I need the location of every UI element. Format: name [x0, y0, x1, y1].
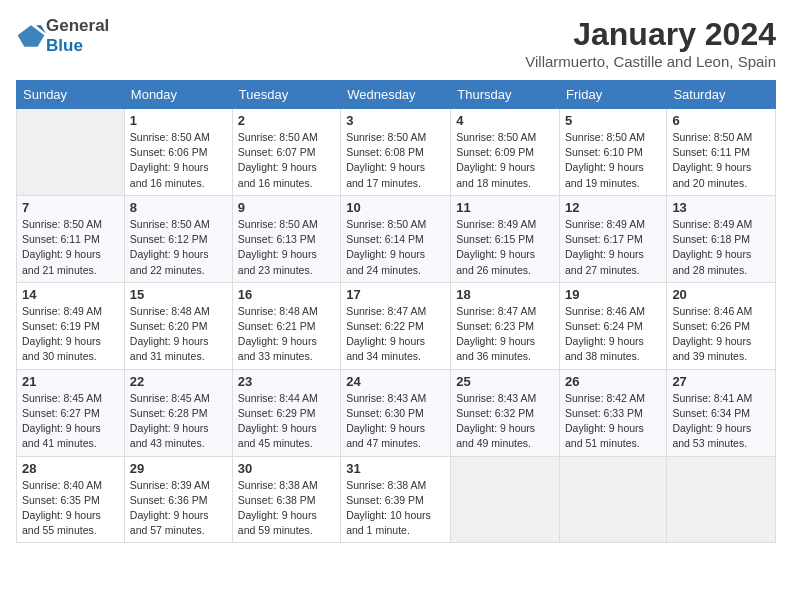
day-info: Sunrise: 8:43 AMSunset: 6:30 PMDaylight:…	[346, 391, 445, 452]
calendar-week-row: 1Sunrise: 8:50 AMSunset: 6:06 PMDaylight…	[17, 109, 776, 196]
day-info: Sunrise: 8:40 AMSunset: 6:35 PMDaylight:…	[22, 478, 119, 539]
calendar-cell: 3Sunrise: 8:50 AMSunset: 6:08 PMDaylight…	[341, 109, 451, 196]
calendar-cell: 19Sunrise: 8:46 AMSunset: 6:24 PMDayligh…	[560, 282, 667, 369]
day-number: 24	[346, 374, 445, 389]
calendar-cell: 9Sunrise: 8:50 AMSunset: 6:13 PMDaylight…	[232, 195, 340, 282]
day-info: Sunrise: 8:50 AMSunset: 6:09 PMDaylight:…	[456, 130, 554, 191]
day-info: Sunrise: 8:49 AMSunset: 6:17 PMDaylight:…	[565, 217, 661, 278]
calendar-cell: 14Sunrise: 8:49 AMSunset: 6:19 PMDayligh…	[17, 282, 125, 369]
page-header: General Blue January 2024 Villarmuerto, …	[16, 16, 776, 70]
calendar-cell: 27Sunrise: 8:41 AMSunset: 6:34 PMDayligh…	[667, 369, 776, 456]
day-info: Sunrise: 8:38 AMSunset: 6:38 PMDaylight:…	[238, 478, 335, 539]
day-number: 25	[456, 374, 554, 389]
calendar-cell: 1Sunrise: 8:50 AMSunset: 6:06 PMDaylight…	[124, 109, 232, 196]
calendar-cell	[560, 456, 667, 543]
day-info: Sunrise: 8:50 AMSunset: 6:07 PMDaylight:…	[238, 130, 335, 191]
calendar-cell: 31Sunrise: 8:38 AMSunset: 6:39 PMDayligh…	[341, 456, 451, 543]
calendar-cell: 13Sunrise: 8:49 AMSunset: 6:18 PMDayligh…	[667, 195, 776, 282]
day-number: 8	[130, 200, 227, 215]
day-info: Sunrise: 8:44 AMSunset: 6:29 PMDaylight:…	[238, 391, 335, 452]
day-number: 31	[346, 461, 445, 476]
weekday-header-thursday: Thursday	[451, 81, 560, 109]
day-number: 13	[672, 200, 770, 215]
calendar-cell: 12Sunrise: 8:49 AMSunset: 6:17 PMDayligh…	[560, 195, 667, 282]
weekday-header-row: SundayMondayTuesdayWednesdayThursdayFrid…	[17, 81, 776, 109]
logo-general: General	[46, 16, 109, 35]
calendar-cell: 21Sunrise: 8:45 AMSunset: 6:27 PMDayligh…	[17, 369, 125, 456]
calendar-cell	[17, 109, 125, 196]
month-year-title: January 2024	[525, 16, 776, 53]
day-info: Sunrise: 8:50 AMSunset: 6:08 PMDaylight:…	[346, 130, 445, 191]
calendar-week-row: 14Sunrise: 8:49 AMSunset: 6:19 PMDayligh…	[17, 282, 776, 369]
day-number: 15	[130, 287, 227, 302]
calendar-cell: 20Sunrise: 8:46 AMSunset: 6:26 PMDayligh…	[667, 282, 776, 369]
day-info: Sunrise: 8:38 AMSunset: 6:39 PMDaylight:…	[346, 478, 445, 539]
calendar-cell: 17Sunrise: 8:47 AMSunset: 6:22 PMDayligh…	[341, 282, 451, 369]
day-info: Sunrise: 8:42 AMSunset: 6:33 PMDaylight:…	[565, 391, 661, 452]
day-info: Sunrise: 8:48 AMSunset: 6:20 PMDaylight:…	[130, 304, 227, 365]
day-number: 16	[238, 287, 335, 302]
day-info: Sunrise: 8:48 AMSunset: 6:21 PMDaylight:…	[238, 304, 335, 365]
day-number: 7	[22, 200, 119, 215]
day-info: Sunrise: 8:49 AMSunset: 6:18 PMDaylight:…	[672, 217, 770, 278]
calendar-cell: 7Sunrise: 8:50 AMSunset: 6:11 PMDaylight…	[17, 195, 125, 282]
calendar-cell: 23Sunrise: 8:44 AMSunset: 6:29 PMDayligh…	[232, 369, 340, 456]
day-number: 10	[346, 200, 445, 215]
day-number: 22	[130, 374, 227, 389]
day-number: 19	[565, 287, 661, 302]
day-info: Sunrise: 8:46 AMSunset: 6:26 PMDaylight:…	[672, 304, 770, 365]
day-number: 11	[456, 200, 554, 215]
day-info: Sunrise: 8:47 AMSunset: 6:22 PMDaylight:…	[346, 304, 445, 365]
weekday-header-wednesday: Wednesday	[341, 81, 451, 109]
day-number: 4	[456, 113, 554, 128]
logo-icon	[16, 21, 46, 51]
calendar-cell: 24Sunrise: 8:43 AMSunset: 6:30 PMDayligh…	[341, 369, 451, 456]
day-info: Sunrise: 8:50 AMSunset: 6:13 PMDaylight:…	[238, 217, 335, 278]
day-info: Sunrise: 8:50 AMSunset: 6:12 PMDaylight:…	[130, 217, 227, 278]
day-info: Sunrise: 8:43 AMSunset: 6:32 PMDaylight:…	[456, 391, 554, 452]
day-number: 6	[672, 113, 770, 128]
calendar-cell: 28Sunrise: 8:40 AMSunset: 6:35 PMDayligh…	[17, 456, 125, 543]
calendar-cell: 18Sunrise: 8:47 AMSunset: 6:23 PMDayligh…	[451, 282, 560, 369]
day-info: Sunrise: 8:47 AMSunset: 6:23 PMDaylight:…	[456, 304, 554, 365]
calendar-week-row: 21Sunrise: 8:45 AMSunset: 6:27 PMDayligh…	[17, 369, 776, 456]
title-section: January 2024 Villarmuerto, Castille and …	[525, 16, 776, 70]
day-number: 18	[456, 287, 554, 302]
day-number: 2	[238, 113, 335, 128]
calendar-cell	[667, 456, 776, 543]
day-info: Sunrise: 8:49 AMSunset: 6:19 PMDaylight:…	[22, 304, 119, 365]
day-info: Sunrise: 8:50 AMSunset: 6:11 PMDaylight:…	[22, 217, 119, 278]
calendar-cell: 8Sunrise: 8:50 AMSunset: 6:12 PMDaylight…	[124, 195, 232, 282]
weekday-header-tuesday: Tuesday	[232, 81, 340, 109]
day-info: Sunrise: 8:50 AMSunset: 6:10 PMDaylight:…	[565, 130, 661, 191]
weekday-header-saturday: Saturday	[667, 81, 776, 109]
calendar-cell: 30Sunrise: 8:38 AMSunset: 6:38 PMDayligh…	[232, 456, 340, 543]
calendar-cell: 22Sunrise: 8:45 AMSunset: 6:28 PMDayligh…	[124, 369, 232, 456]
day-number: 9	[238, 200, 335, 215]
day-number: 20	[672, 287, 770, 302]
logo: General Blue	[16, 16, 109, 56]
calendar-cell: 16Sunrise: 8:48 AMSunset: 6:21 PMDayligh…	[232, 282, 340, 369]
day-info: Sunrise: 8:50 AMSunset: 6:11 PMDaylight:…	[672, 130, 770, 191]
calendar-cell: 11Sunrise: 8:49 AMSunset: 6:15 PMDayligh…	[451, 195, 560, 282]
day-number: 28	[22, 461, 119, 476]
calendar-table: SundayMondayTuesdayWednesdayThursdayFrid…	[16, 80, 776, 543]
day-info: Sunrise: 8:41 AMSunset: 6:34 PMDaylight:…	[672, 391, 770, 452]
weekday-header-sunday: Sunday	[17, 81, 125, 109]
day-number: 3	[346, 113, 445, 128]
location-subtitle: Villarmuerto, Castille and Leon, Spain	[525, 53, 776, 70]
day-number: 30	[238, 461, 335, 476]
day-number: 12	[565, 200, 661, 215]
weekday-header-friday: Friday	[560, 81, 667, 109]
calendar-cell: 29Sunrise: 8:39 AMSunset: 6:36 PMDayligh…	[124, 456, 232, 543]
day-info: Sunrise: 8:45 AMSunset: 6:27 PMDaylight:…	[22, 391, 119, 452]
day-info: Sunrise: 8:50 AMSunset: 6:14 PMDaylight:…	[346, 217, 445, 278]
calendar-week-row: 28Sunrise: 8:40 AMSunset: 6:35 PMDayligh…	[17, 456, 776, 543]
day-number: 27	[672, 374, 770, 389]
day-info: Sunrise: 8:46 AMSunset: 6:24 PMDaylight:…	[565, 304, 661, 365]
calendar-cell: 26Sunrise: 8:42 AMSunset: 6:33 PMDayligh…	[560, 369, 667, 456]
calendar-cell: 4Sunrise: 8:50 AMSunset: 6:09 PMDaylight…	[451, 109, 560, 196]
calendar-cell: 2Sunrise: 8:50 AMSunset: 6:07 PMDaylight…	[232, 109, 340, 196]
day-number: 1	[130, 113, 227, 128]
calendar-cell: 25Sunrise: 8:43 AMSunset: 6:32 PMDayligh…	[451, 369, 560, 456]
